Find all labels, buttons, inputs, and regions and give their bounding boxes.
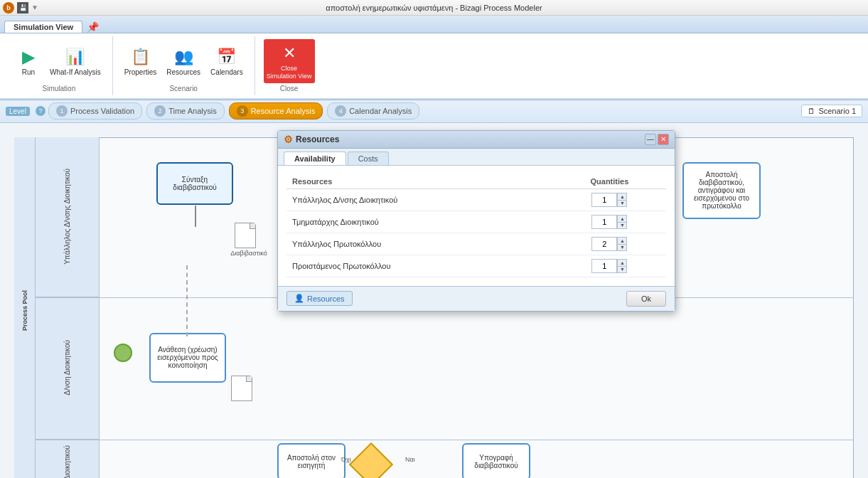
pool-label-text: Process Pool	[21, 290, 28, 331]
dialog-icon: ⚙	[284, 134, 293, 145]
qty-input[interactable]	[591, 193, 617, 207]
task-syntaxi-label: Σύνταξη διαβιβαστικού	[161, 176, 229, 191]
resources-button[interactable]: 👥 Resources	[164, 44, 203, 78]
step-num-3: 3	[237, 105, 248, 117]
lane1-label: Υπάλληλος Δ/νσης Διοικητικού	[63, 169, 71, 265]
table-row: Προιστάμενος Πρωτοκόλλου▲▼	[286, 255, 666, 277]
table-row: Υπάλληλος Δ/νσης Διοικητικού▲▼	[286, 188, 666, 211]
close-sim-icon: ✕	[278, 42, 301, 65]
step-tab-2[interactable]: 2 Time Analysis	[146, 102, 224, 120]
qty-input[interactable]	[591, 215, 617, 229]
resource-qty: ▲▼	[553, 255, 666, 277]
simulation-group-label: Simulation	[43, 85, 76, 92]
qty-down-btn[interactable]: ▼	[617, 222, 627, 229]
main-area: Process Pool Υπάλληλος Δ/νσης Διοικητικο…	[0, 123, 868, 478]
qty-input[interactable]	[591, 237, 617, 251]
resources-label: Resources	[166, 68, 200, 77]
step-num-1: 1	[56, 105, 68, 117]
simulation-view-tab[interactable]: Simulation View	[4, 21, 82, 33]
lane-divider-2	[36, 440, 854, 440]
ribbon-tab-bar: Simulation View 📌	[0, 17, 868, 33]
task-anathesi[interactable]: Ανάθεση (χρέωση) εισερχόμενου προς κοινο…	[149, 333, 226, 383]
pin-icon[interactable]: 📌	[87, 21, 99, 33]
dialog-close-btn[interactable]: ✕	[658, 134, 669, 145]
dialog-minimize-btn[interactable]: —	[645, 134, 656, 145]
dialog-controls: — ✕	[645, 134, 669, 145]
dialog-body: Resources Quantities Υπάλληλος Δ/νσης Δι…	[278, 166, 675, 286]
task-ypografi-label: Υπογραφή διαβιβαστικού	[466, 454, 526, 469]
close-group-items: ✕ Close Simulation View	[264, 39, 315, 83]
step-num-2: 2	[154, 105, 166, 117]
resource-qty: ▲▼	[553, 233, 666, 255]
close-simulation-button[interactable]: ✕ Close Simulation View	[264, 39, 315, 83]
title-bar: b 💾 ▼ αποστολή ενημερωτικών υφιστάμενη -…	[0, 0, 868, 16]
qty-up-btn[interactable]: ▲	[617, 193, 627, 200]
qty-down-btn[interactable]: ▼	[617, 244, 627, 251]
step-num-4: 4	[335, 105, 346, 117]
scenario-label: Scenario 1	[818, 107, 856, 115]
step-label-1: Process Validation	[70, 107, 134, 115]
whatif-label: What-If Analysis	[50, 68, 101, 77]
step-label-4: Calendar Analysis	[349, 107, 412, 115]
qty-up-btn[interactable]: ▲	[617, 215, 627, 222]
task-ypografi[interactable]: Υπογραφή διαβιβαστικού	[462, 443, 530, 478]
scenario-group-label: Scenario	[169, 85, 197, 92]
qty-up-btn[interactable]: ▲	[617, 237, 627, 244]
run-icon: ▶	[17, 46, 40, 68]
task-apostoli-eisigiti[interactable]: Αποστολή στον εισηγητή	[277, 443, 345, 478]
resources-link[interactable]: 👤 Resources	[286, 291, 353, 306]
doc-icon	[235, 223, 256, 248]
task-syntaxi[interactable]: Σύνταξη διαβιβαστικού	[156, 162, 233, 205]
task-apostoli-proto[interactable]: Αποστολή διαβιβαστικού, αντιγράφου και ε…	[682, 162, 761, 219]
tab-availability[interactable]: Availability	[284, 152, 346, 165]
step-tab-3[interactable]: 3 Resource Analysis	[229, 102, 323, 120]
step-label-3: Resource Analysis	[251, 107, 316, 115]
step-tab-4[interactable]: 4 Calendar Analysis	[327, 102, 419, 120]
qty-down-btn[interactable]: ▼	[617, 266, 627, 273]
table-row: Τμηματάρχης Διοικητικού▲▼	[286, 211, 666, 233]
lane2-header: Δ/νση Διοικητικού	[36, 297, 100, 440]
step-tab-1[interactable]: 1 Process Validation	[48, 102, 142, 120]
run-button[interactable]: ▶ Run	[14, 44, 43, 78]
qty-input[interactable]	[591, 259, 617, 273]
resources-link-label: Resources	[307, 294, 345, 303]
start-event	[114, 344, 132, 362]
scenario-icon: 🗒	[808, 107, 815, 115]
qty-spinner: ▲▼	[617, 259, 627, 273]
qty-down-btn[interactable]: ▼	[617, 200, 627, 207]
col-resources: Resources	[286, 174, 553, 189]
ok-button[interactable]: Ok	[626, 291, 666, 307]
dialog-tab-bar: Availability Costs	[278, 149, 675, 166]
col-quantities: Quantities	[553, 174, 666, 189]
ribbon-content: ▶ Run 📊 What-If Analysis Simulation 📋 Pr…	[0, 33, 868, 98]
run-label: Run	[22, 68, 35, 77]
lane1-header: Υπάλληλος Δ/νσης Διοικητικού	[36, 137, 100, 297]
simulation-group-items: ▶ Run 📊 What-If Analysis	[14, 39, 104, 83]
scenario-group-items: 📋 Properties 👥 Resources 📅 Calendars	[122, 39, 246, 83]
qty-control: ▲▼	[559, 193, 660, 207]
tab-costs[interactable]: Costs	[348, 152, 389, 165]
calendars-label: Calendars	[210, 68, 243, 77]
qty-control: ▲▼	[559, 259, 660, 273]
apostoli-suffix-label	[722, 194, 724, 196]
whatif-icon: 📊	[64, 46, 87, 68]
help-icon[interactable]: ?	[36, 106, 45, 116]
resource-name: Τμηματάρχης Διοικητικού	[286, 211, 553, 233]
qty-up-btn[interactable]: ▲	[617, 259, 627, 266]
calendars-button[interactable]: 📅 Calendars	[208, 44, 246, 78]
resource-qty: ▲▼	[553, 211, 666, 233]
task-apostoli-proto-label: Αποστολή διαβιβαστικού, αντιγράφου και ε…	[687, 171, 756, 210]
dialog-title-text: Resources	[296, 134, 339, 144]
properties-icon: 📋	[129, 46, 151, 68]
qty-spinner: ▲▼	[617, 237, 627, 251]
dashed-v-line	[186, 265, 188, 336]
ribbon-group-scenario: 📋 Properties 👥 Resources 📅 Calendars Sce…	[113, 36, 255, 95]
properties-label: Properties	[124, 68, 157, 77]
what-if-button[interactable]: 📊 What-If Analysis	[47, 44, 104, 78]
close-sim-label: Close Simulation View	[267, 65, 312, 80]
save-icon[interactable]: 💾	[17, 2, 28, 14]
properties-button[interactable]: 📋 Properties	[122, 44, 160, 78]
lane3-label: Τμηματάρχης Δ/νσης Διοικητικού	[63, 445, 71, 478]
bpmn-canvas[interactable]: Process Pool Υπάλληλος Δ/νσης Διοικητικο…	[0, 123, 868, 478]
ribbon-group-close: ✕ Close Simulation View Close	[255, 36, 323, 95]
